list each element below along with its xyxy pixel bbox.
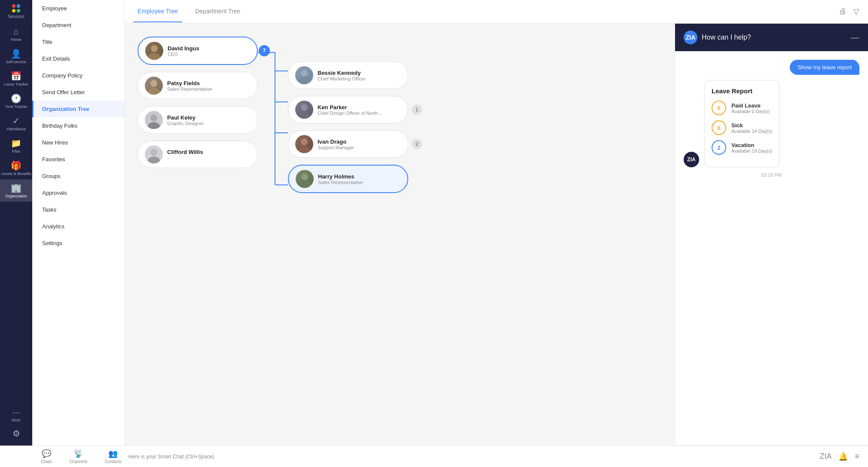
org-area: David Ingus CEO 7 <box>125 24 675 467</box>
nav-exit-details[interactable]: Exit Details <box>32 50 124 67</box>
nav-company-policy[interactable]: Company Policy <box>32 67 124 84</box>
paul-avatar <box>145 111 163 129</box>
nav-settings[interactable]: Settings <box>32 235 124 252</box>
ivan-title: Support Manager <box>318 145 354 150</box>
svg-point-18 <box>301 138 308 145</box>
node-ivan[interactable]: Ivan Drago Support Manager <box>288 130 408 158</box>
svg-point-4 <box>150 114 157 121</box>
node-bessie[interactable]: Bessie Kennedy Chief Marketing Officer <box>288 61 408 89</box>
sidebar-item-home[interactable]: ⌂ Home <box>0 23 32 45</box>
chat-body: Show my leave report ZIA Leave Report 0 … <box>675 51 868 445</box>
sidebar-label-leave-tracker: Leave Tracker <box>4 82 28 86</box>
node-patsy[interactable]: Patsy Fields Sales Representative <box>138 72 258 99</box>
nav-groups[interactable]: Groups <box>32 168 124 184</box>
paul-title: Graphic Designer <box>167 121 204 126</box>
dot-red <box>12 4 15 8</box>
main-content: Employee Tree Department Tree 🖨 ▽ <box>125 0 868 467</box>
nav-approvals[interactable]: Approvals <box>32 184 124 201</box>
bottom-bar: 💬 Chats 📡 Channels 👥 Contacts Here is yo… <box>0 445 868 467</box>
ceo-node[interactable]: David Ingus CEO <box>138 37 258 65</box>
vacation-sub: Available 19 Day(s) <box>731 148 772 154</box>
svg-point-17 <box>298 112 310 119</box>
nav-title[interactable]: Title <box>32 34 124 50</box>
dot-blue <box>17 4 20 8</box>
bottom-tab-chats[interactable]: 💬 Chats <box>41 449 52 464</box>
sidebar-item-organization[interactable]: 🏢 Organization <box>0 179 32 202</box>
svg-point-14 <box>301 70 308 77</box>
paid-leave-info: Paid Leave Available 0 Day(s) <box>731 102 770 114</box>
bessie-title: Chief Marketing Officer <box>318 76 366 81</box>
nav-employee[interactable]: Employee <box>32 0 124 17</box>
sidebar-services: Services <box>8 4 24 19</box>
nav-tasks[interactable]: Tasks <box>32 201 124 218</box>
node-harry[interactable]: Harry Holmes Sales Representative <box>288 165 408 193</box>
patsy-title: Sales Representative <box>167 86 212 92</box>
services-label: Services <box>8 14 24 19</box>
leave-item-sick: 0 Sick Available 14 Day(s) <box>712 120 772 135</box>
sidebar-label-time-tracker: Time Tracker <box>5 104 27 109</box>
nav-send-offer-letter[interactable]: Send Offer Letter <box>32 84 124 101</box>
sidebar-item-more[interactable]: ··· More <box>0 404 32 426</box>
ivan-row: Ivan Drago Support Manager 2 <box>288 130 422 158</box>
bessie-info: Bessie Kennedy Chief Marketing Officer <box>318 70 366 81</box>
svg-point-3 <box>148 88 160 95</box>
ken-info: Ken Parker Chief Design Officer of North… <box>318 104 382 116</box>
ken-name: Ken Parker <box>318 104 382 111</box>
sidebar-item-time-tracker[interactable]: 🕐 Time Tracker <box>0 90 32 112</box>
sidebar-item-self-service[interactable]: 👤 Self-service <box>0 45 32 68</box>
sidebar-item-attendance[interactable]: ✓ Attendance <box>0 112 32 135</box>
leave-item-vacation: 2 Vacation Available 19 Day(s) <box>712 140 772 155</box>
self-service-icon: 👤 <box>11 49 21 59</box>
filter-icon[interactable]: ▽ <box>853 7 859 16</box>
show-leave-btn-wrapper: Show my leave report <box>684 60 859 75</box>
contacts-label: Contacts <box>104 459 121 464</box>
sidebar-item-assets-benefits[interactable]: 🎁 Assets & Benefits <box>0 157 32 179</box>
time-tracker-icon: 🕐 <box>11 93 21 104</box>
tab-department-tree[interactable]: Department Tree <box>191 1 245 22</box>
org-tree-container: David Ingus CEO 7 <box>138 37 422 454</box>
dot-yellow <box>12 9 15 12</box>
node-paul[interactable]: Paul Keley Graphic Designer <box>138 106 258 134</box>
ken-row: Ken Parker Chief Design Officer of North… <box>288 96 422 123</box>
ken-title: Chief Design Officer of North... <box>318 111 382 116</box>
vacation-badge: 2 <box>712 140 726 155</box>
notification-icon[interactable]: 🔔 <box>838 452 848 461</box>
left-column: David Ingus CEO 7 <box>138 37 258 168</box>
more-icon: ··· <box>12 407 20 417</box>
chat-header: ZIA How can I help? — <box>675 24 868 51</box>
settings-icon[interactable]: ⚙ <box>10 426 23 441</box>
zia-bottom-icon[interactable]: ZIA <box>819 452 831 461</box>
svg-point-1 <box>148 53 160 60</box>
channels-icon: 📡 <box>73 449 83 458</box>
paid-leave-badge: 0 <box>712 101 726 115</box>
bottom-tab-contacts[interactable]: 👥 Contacts <box>104 449 121 464</box>
sick-leave-badge: 0 <box>712 120 726 135</box>
nav-favorites[interactable]: Favorites <box>32 151 124 168</box>
right-column: Bessie Kennedy Chief Marketing Officer <box>288 61 422 193</box>
bottom-tabs: 💬 Chats 📡 Channels 👥 Contacts <box>41 449 122 464</box>
show-leave-button[interactable]: Show my leave report <box>790 60 859 75</box>
ceo-badge: 7 <box>259 45 270 56</box>
chat-minimize-button[interactable]: — <box>851 33 859 43</box>
print-icon[interactable]: 🖨 <box>839 7 847 16</box>
svg-point-16 <box>301 104 308 111</box>
sidebar-label-attendance: Attendance <box>6 127 26 131</box>
ceo-wrapper: David Ingus CEO 7 <box>138 37 258 65</box>
nav-department[interactable]: Department <box>32 17 124 34</box>
nav-analytics[interactable]: Analytics <box>32 218 124 235</box>
menu-icon[interactable]: ≡ <box>855 452 859 461</box>
sidebar-item-files[interactable]: 📁 Files <box>0 135 32 157</box>
node-clifford[interactable]: Clifford Willis - <box>138 141 258 168</box>
ivan-badge: 2 <box>412 139 422 149</box>
nav-birthday-folks[interactable]: Birthday Folks <box>32 117 124 134</box>
vacation-name: Vacation <box>731 142 772 148</box>
tab-employee-tree[interactable]: Employee Tree <box>133 1 182 22</box>
zia-avatar: ZIA <box>684 152 699 167</box>
bottom-tab-channels[interactable]: 📡 Channels <box>69 449 87 464</box>
node-ken[interactable]: Ken Parker Chief Design Officer of North… <box>288 96 408 123</box>
nav-new-hires[interactable]: New Hires <box>32 134 124 151</box>
ceo-info: David Ingus CEO <box>168 45 199 57</box>
nav-organization-tree[interactable]: Organization Tree <box>32 101 124 117</box>
sidebar-item-leave-tracker[interactable]: 📅 Leave Tracker <box>0 68 32 90</box>
svg-point-0 <box>151 45 158 52</box>
